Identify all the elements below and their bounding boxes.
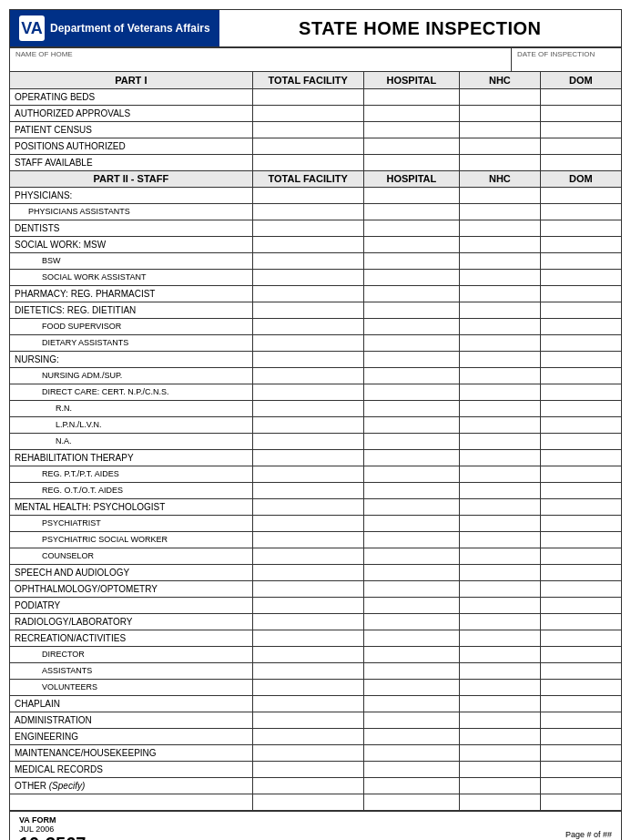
data-cell	[252, 121, 363, 138]
data-cell	[252, 498, 363, 515]
row-label: RECREATION/ACTIVITIES	[10, 630, 252, 646]
data-cell	[363, 252, 459, 269]
table-row: ENGINEERING	[10, 728, 621, 744]
data-cell	[460, 285, 541, 302]
data-cell	[252, 613, 363, 630]
part2-col-hospital: HOSPITAL	[363, 170, 459, 187]
data-cell	[540, 761, 621, 777]
data-cell	[540, 252, 621, 269]
data-cell	[460, 728, 541, 744]
data-cell	[460, 449, 541, 466]
table-row: FOOD SUPERVISOR	[10, 318, 621, 334]
data-cell	[252, 777, 363, 794]
row-label: REG. O.T./O.T. AIDES	[10, 482, 252, 498]
data-cell	[540, 220, 621, 236]
data-cell	[252, 712, 363, 728]
data-cell	[460, 744, 541, 761]
data-cell	[363, 728, 459, 744]
data-cell	[460, 400, 541, 416]
row-label: MENTAL HEALTH: PSYCHOLOGIST	[10, 498, 252, 515]
data-cell	[252, 220, 363, 236]
data-cell	[460, 252, 541, 269]
row-label: ASSISTANTS	[10, 662, 252, 679]
data-cell	[540, 236, 621, 252]
name-date-row: NAME OF HOME DATE OF INSPECTION	[10, 48, 621, 72]
va-form-label: VA FORM	[19, 815, 86, 825]
table-row: NURSING:	[10, 351, 621, 367]
data-cell	[540, 105, 621, 121]
data-cell	[363, 564, 459, 580]
table-row: DIETETICS: REG. DIETITIAN	[10, 302, 621, 318]
data-cell	[363, 302, 459, 318]
data-cell	[363, 138, 459, 154]
table-row: ADMINISTRATION	[10, 712, 621, 728]
data-cell	[363, 712, 459, 728]
data-cell	[540, 154, 621, 170]
table-row: OTHER (Specify)	[10, 777, 621, 794]
data-cell	[540, 679, 621, 695]
data-cell	[540, 88, 621, 105]
row-label: DIRECT CARE: CERT. N.P./C.N.S.	[10, 384, 252, 400]
row-label: COUNSELOR	[10, 548, 252, 564]
data-cell	[363, 220, 459, 236]
data-cell	[540, 318, 621, 334]
row-label: AUTHORIZED APPROVALS	[10, 105, 252, 121]
form-number: 10-3567	[19, 834, 86, 841]
data-cell	[363, 384, 459, 400]
table-row: RADIOLOGY/LABORATORY	[10, 613, 621, 630]
data-cell	[540, 744, 621, 761]
data-cell	[363, 695, 459, 712]
data-cell	[252, 318, 363, 334]
data-cell	[363, 367, 459, 384]
data-cell	[252, 630, 363, 646]
data-cell	[540, 367, 621, 384]
data-cell	[363, 416, 459, 433]
data-cell	[363, 515, 459, 531]
data-cell	[540, 384, 621, 400]
row-label: VOLUNTEERS	[10, 679, 252, 695]
table-row: PHYSICIANS:	[10, 187, 621, 203]
part1-label: PART I	[10, 72, 252, 88]
data-cell	[460, 433, 541, 449]
data-cell	[460, 482, 541, 498]
table-row: STAFF AVAILABLE	[10, 154, 621, 170]
data-cell	[252, 334, 363, 351]
data-cell	[460, 564, 541, 580]
row-label: ENGINEERING	[10, 728, 252, 744]
data-cell	[363, 548, 459, 564]
table-row: DENTISTS	[10, 220, 621, 236]
table-row: SOCIAL WORK ASSISTANT	[10, 269, 621, 285]
row-patient-census: PATIENT CENSUS	[10, 121, 252, 138]
table-row: MENTAL HEALTH: PSYCHOLOGIST	[10, 498, 621, 515]
data-cell	[540, 121, 621, 138]
part2-label: PART II - STAFF	[10, 170, 252, 187]
table-row: REHABILITATION THERAPY	[10, 449, 621, 466]
data-cell	[540, 777, 621, 794]
data-cell	[363, 236, 459, 252]
data-cell	[460, 580, 541, 597]
row-label: POSITIONS AUTHORIZED	[10, 138, 252, 154]
data-cell	[363, 400, 459, 416]
table-row: R.N.	[10, 400, 621, 416]
table-row: CHAPLAIN	[10, 695, 621, 712]
data-cell	[252, 679, 363, 695]
data-cell	[540, 449, 621, 466]
row-label: PHARMACY: REG. PHARMACIST	[10, 285, 252, 302]
data-cell	[363, 744, 459, 761]
data-cell	[460, 334, 541, 351]
agency-name: Department of Veterans Affairs	[50, 22, 210, 35]
data-cell	[540, 203, 621, 220]
data-cell	[363, 334, 459, 351]
data-cell	[252, 203, 363, 220]
data-cell	[460, 515, 541, 531]
table-row: BSW	[10, 252, 621, 269]
data-cell	[252, 367, 363, 384]
data-cell	[363, 351, 459, 367]
data-cell	[460, 777, 541, 794]
part2-col-nhc: NHC	[460, 170, 541, 187]
data-cell	[540, 187, 621, 203]
row-label: RADIOLOGY/LABORATORY	[10, 613, 252, 630]
data-cell	[252, 482, 363, 498]
table-row: PHYSICIANS ASSISTANTS	[10, 203, 621, 220]
row-label: PSYCHIATRIST	[10, 515, 252, 531]
